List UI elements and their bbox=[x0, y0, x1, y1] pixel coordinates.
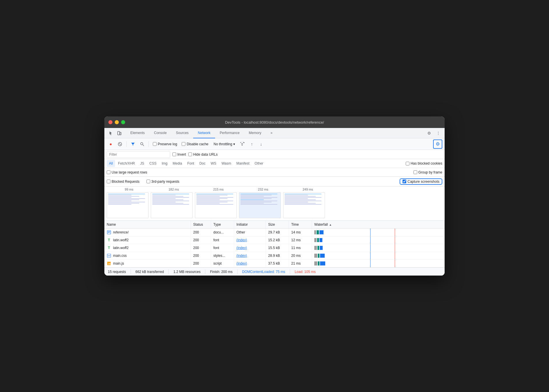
th-name[interactable]: Name bbox=[104, 221, 191, 228]
filter-icon-button[interactable] bbox=[129, 140, 137, 148]
large-rows-label: Use large request rows bbox=[112, 170, 147, 174]
svg-line-5 bbox=[143, 145, 144, 146]
tab-elements[interactable]: Elements bbox=[126, 128, 149, 138]
capture-screenshots-checkbox[interactable] bbox=[403, 180, 406, 183]
has-blocked-cookies-checkbox[interactable] bbox=[406, 162, 409, 165]
table-row[interactable]: T latin.woff2 200 font (index) 15.2 kB 1… bbox=[104, 236, 445, 244]
table-row[interactable]: T latin.woff2 200 font (index) 15.5 kB 1… bbox=[104, 244, 445, 252]
invert-group: Invert bbox=[172, 152, 186, 157]
invert-checkbox[interactable] bbox=[172, 152, 176, 156]
third-party-checkbox[interactable] bbox=[146, 180, 150, 183]
wifi-icon bbox=[240, 142, 245, 146]
screenshot-thumb-1[interactable] bbox=[151, 192, 193, 218]
close-button[interactable] bbox=[108, 120, 112, 124]
table-header: Name Status Type Initiator Size Time bbox=[104, 221, 445, 229]
wf-dom-line bbox=[370, 229, 371, 236]
svg-line-3 bbox=[119, 143, 121, 145]
wf-teal-bar bbox=[317, 238, 319, 242]
tab-more[interactable]: » bbox=[266, 128, 277, 138]
waterfall-lines bbox=[321, 260, 444, 267]
table-row[interactable]: JS main.js 200 script (index) 37.5 kB 21… bbox=[104, 260, 445, 267]
wf-gray-bar bbox=[314, 261, 317, 265]
hide-data-urls-group: Hide data URLs bbox=[188, 152, 218, 157]
table-row[interactable]: main.css 200 styles... (index) 28.9 kB 2… bbox=[104, 252, 445, 260]
screenshot-thumb-4[interactable] bbox=[283, 192, 325, 218]
type-btn-js[interactable]: JS bbox=[138, 160, 146, 167]
tab-icons bbox=[107, 129, 123, 137]
minimize-button[interactable] bbox=[115, 120, 119, 124]
load-time: Load: 105 ms bbox=[295, 270, 316, 274]
preserve-log-checkbox[interactable] bbox=[153, 142, 157, 146]
screenshot-thumb-3[interactable] bbox=[239, 192, 281, 218]
more-options-icon-button[interactable]: ⋮ bbox=[434, 129, 442, 137]
initiator-link[interactable]: (index) bbox=[236, 238, 247, 242]
import-icon-button[interactable]: ↑ bbox=[248, 140, 256, 148]
type-btn-all[interactable]: All bbox=[107, 160, 115, 167]
type-btn-img[interactable]: Img bbox=[159, 160, 170, 167]
hide-data-urls-label: Hide data URLs bbox=[193, 152, 218, 157]
export-icon-button[interactable]: ↓ bbox=[257, 140, 265, 148]
wf-blue-bar bbox=[320, 254, 325, 258]
settings-icon-button[interactable]: ⚙ bbox=[425, 129, 433, 137]
large-rows-checkbox[interactable] bbox=[107, 170, 110, 174]
type-btn-other[interactable]: Other bbox=[252, 160, 266, 167]
type-btn-font[interactable]: Font bbox=[185, 160, 196, 167]
th-type[interactable]: Type bbox=[211, 221, 234, 228]
tab-memory[interactable]: Memory bbox=[244, 128, 266, 138]
th-status[interactable]: Status bbox=[191, 221, 211, 228]
maximize-button[interactable] bbox=[121, 120, 125, 124]
file-name: latin.woff2 bbox=[113, 238, 129, 242]
td-initiator: (index) bbox=[234, 260, 266, 267]
third-party-group: 3rd-party requests bbox=[146, 180, 179, 184]
wf-dom-line bbox=[370, 236, 371, 244]
initiator-link[interactable]: (index) bbox=[236, 261, 247, 265]
td-type: styles... bbox=[211, 252, 234, 259]
search-icon-button[interactable] bbox=[138, 140, 146, 148]
tab-bar: Elements Console Sources Network Perform… bbox=[104, 128, 445, 138]
tab-performance[interactable]: Performance bbox=[215, 128, 244, 138]
hide-data-urls-checkbox[interactable] bbox=[188, 152, 192, 156]
filter-input[interactable] bbox=[107, 151, 170, 158]
waterfall-bars bbox=[314, 246, 323, 250]
td-time: 14 ms bbox=[289, 229, 312, 236]
type-btn-doc[interactable]: Doc bbox=[197, 160, 208, 167]
timestamp-0: 99 ms bbox=[107, 188, 151, 191]
network-conditions-icon-button[interactable] bbox=[238, 140, 247, 148]
td-status: 200 bbox=[191, 236, 211, 244]
type-btn-ws[interactable]: WS bbox=[208, 160, 219, 167]
blocked-requests-checkbox[interactable] bbox=[107, 180, 110, 183]
large-rows-group: Use large request rows bbox=[107, 170, 147, 174]
wf-load-line bbox=[395, 229, 395, 236]
table-row[interactable]: reference/ 200 docu... Other 29.7 kB 14 … bbox=[104, 229, 445, 236]
tab-network[interactable]: Network bbox=[193, 128, 215, 138]
inspect-icon-button[interactable] bbox=[107, 129, 115, 137]
clear-button[interactable] bbox=[116, 140, 124, 148]
record-button[interactable]: ● bbox=[107, 140, 115, 148]
screenshot-thumb-2[interactable] bbox=[195, 192, 237, 218]
th-initiator[interactable]: Initiator bbox=[234, 221, 266, 228]
type-btn-wasm[interactable]: Wasm bbox=[219, 160, 234, 167]
file-name: main.js bbox=[113, 261, 124, 265]
device-toolbar-icon-button[interactable] bbox=[115, 129, 123, 137]
type-btn-fetchxhr[interactable]: Fetch/XHR bbox=[116, 160, 137, 167]
tab-console[interactable]: Console bbox=[149, 128, 171, 138]
screenshot-thumb-0[interactable] bbox=[107, 192, 148, 218]
group-by-frame-label: Group by frame bbox=[418, 170, 442, 174]
th-waterfall[interactable]: Waterfall ▲ bbox=[312, 221, 445, 228]
type-btn-manifest[interactable]: Manifest bbox=[234, 160, 252, 167]
wf-dom-line bbox=[370, 260, 371, 267]
network-settings-button[interactable]: ⚙ bbox=[433, 140, 442, 149]
svg-point-4 bbox=[141, 142, 143, 145]
disable-cache-checkbox[interactable] bbox=[182, 142, 185, 146]
initiator-link[interactable]: (index) bbox=[236, 246, 247, 250]
initiator-link[interactable]: (index) bbox=[236, 254, 247, 258]
type-btn-css[interactable]: CSS bbox=[147, 160, 159, 167]
has-blocked-cookies-group: Has blocked cookies bbox=[406, 161, 442, 165]
group-by-frame-checkbox[interactable] bbox=[413, 170, 417, 174]
th-time[interactable]: Time bbox=[289, 221, 312, 228]
th-size[interactable]: Size bbox=[266, 221, 289, 228]
type-btn-media[interactable]: Media bbox=[170, 160, 185, 167]
tab-sources[interactable]: Sources bbox=[171, 128, 193, 138]
throttle-select[interactable]: No throttling ▾ bbox=[211, 141, 238, 147]
screenshots-strip: 99 ms 182 ms 215 ms 232 ms 249 ms bbox=[104, 186, 445, 221]
